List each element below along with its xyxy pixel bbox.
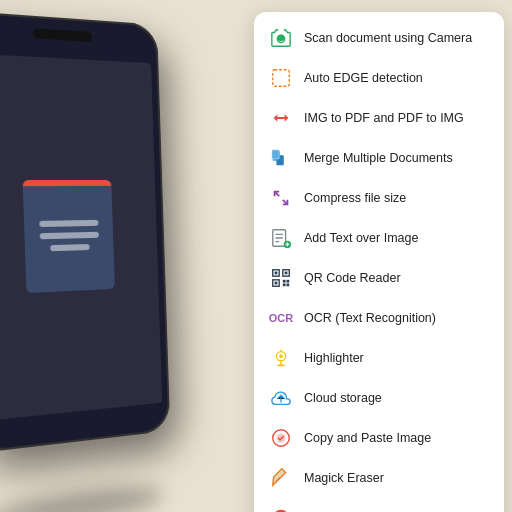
phone-mockup	[0, 11, 207, 512]
svg-point-29	[279, 354, 283, 358]
cloud-label: Cloud storage	[304, 391, 382, 405]
ocr-label: OCR (Text Recognition)	[304, 311, 436, 325]
eraser-label: Magick Eraser	[304, 471, 384, 485]
menu-item-text[interactable]: Add Text over Image	[254, 218, 504, 258]
highlighter-icon	[268, 345, 294, 371]
svg-rect-22	[287, 280, 290, 283]
menu-item-edge[interactable]: Auto EDGE detection	[254, 58, 504, 98]
svg-rect-24	[287, 284, 290, 287]
features-menu: Scan document using Camera Auto EDGE det…	[254, 12, 504, 512]
signature-icon	[268, 505, 294, 512]
menu-item-qr[interactable]: QR Code Reader	[254, 258, 504, 298]
menu-item-camera[interactable]: Scan document using Camera	[254, 18, 504, 58]
camera-icon	[268, 25, 294, 51]
merge-label: Merge Multiple Documents	[304, 151, 453, 165]
ocr-icon: OCR	[268, 305, 294, 331]
camera-label: Scan document using Camera	[304, 31, 472, 45]
menu-item-signature[interactable]: Add Signature	[254, 498, 504, 512]
menu-item-merge[interactable]: Merge Multiple Documents	[254, 138, 504, 178]
eraser-icon	[268, 465, 294, 491]
menu-item-compress[interactable]: Compress file size	[254, 178, 504, 218]
menu-item-ocr[interactable]: OCR OCR (Text Recognition)	[254, 298, 504, 338]
document-icon	[23, 180, 115, 293]
svg-rect-5	[272, 150, 279, 159]
doc-line-3	[50, 244, 90, 251]
menu-item-eraser[interactable]: Magick Eraser	[254, 458, 504, 498]
compress-label: Compress file size	[304, 191, 406, 205]
doc-line-2	[40, 232, 99, 240]
copy-label: Copy and Paste Image	[304, 431, 431, 445]
svg-rect-2	[273, 70, 290, 87]
text-label: Add Text over Image	[304, 231, 418, 245]
phone-screen	[0, 53, 162, 421]
compress-icon	[268, 185, 294, 211]
menu-item-pdf[interactable]: IMG to PDF and PDF to IMG	[254, 98, 504, 138]
qr-label: QR Code Reader	[304, 271, 401, 285]
svg-rect-18	[285, 272, 288, 275]
add-text-icon	[268, 225, 294, 251]
svg-rect-20	[275, 282, 278, 285]
highlight-label: Highlighter	[304, 351, 364, 365]
edge-detection-icon	[268, 65, 294, 91]
svg-rect-21	[283, 280, 286, 283]
svg-rect-23	[283, 284, 286, 287]
menu-item-copy[interactable]: Copy and Paste Image	[254, 418, 504, 458]
pdf-convert-icon	[268, 105, 294, 131]
menu-item-highlight[interactable]: Highlighter	[254, 338, 504, 378]
merge-docs-icon	[268, 145, 294, 171]
pdf-label: IMG to PDF and PDF to IMG	[304, 111, 464, 125]
phone-notch	[33, 28, 93, 42]
menu-item-cloud[interactable]: Cloud storage	[254, 378, 504, 418]
qr-reader-icon	[268, 265, 294, 291]
phone-shadow	[0, 480, 164, 512]
svg-rect-16	[275, 272, 278, 275]
copy-paste-icon	[268, 425, 294, 451]
phone-body	[0, 11, 170, 454]
edge-label: Auto EDGE detection	[304, 71, 423, 85]
cloud-storage-icon	[268, 385, 294, 411]
doc-line-1	[39, 220, 98, 227]
